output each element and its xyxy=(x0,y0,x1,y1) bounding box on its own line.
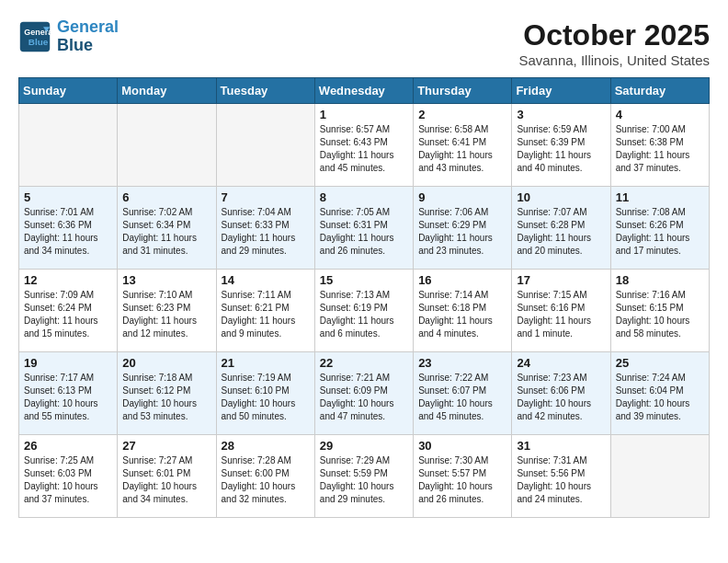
day-info: Sunrise: 7:18 AM Sunset: 6:12 PM Dayligh… xyxy=(122,372,210,423)
day-number: 13 xyxy=(122,273,210,287)
page-header: General Blue GeneralBlue October 2025 Sa… xyxy=(18,18,710,68)
calendar-day-cell: 26Sunrise: 7:25 AM Sunset: 6:03 PM Dayli… xyxy=(19,435,118,518)
calendar-day-cell: 1Sunrise: 6:57 AM Sunset: 6:43 PM Daylig… xyxy=(314,104,413,187)
day-number: 15 xyxy=(320,273,408,287)
calendar-day-cell: 8Sunrise: 7:05 AM Sunset: 6:31 PM Daylig… xyxy=(314,187,413,270)
logo-icon: General Blue xyxy=(18,20,51,53)
day-info: Sunrise: 7:27 AM Sunset: 6:01 PM Dayligh… xyxy=(122,454,210,506)
day-info: Sunrise: 7:21 AM Sunset: 6:09 PM Dayligh… xyxy=(320,372,408,423)
day-info: Sunrise: 6:59 AM Sunset: 6:39 PM Dayligh… xyxy=(517,123,605,175)
weekday-header-tuesday: Tuesday xyxy=(216,78,314,104)
weekday-header-friday: Friday xyxy=(512,78,610,104)
logo: General Blue GeneralBlue xyxy=(18,18,119,55)
calendar-day-cell: 5Sunrise: 7:01 AM Sunset: 6:36 PM Daylig… xyxy=(19,187,118,270)
day-number: 24 xyxy=(517,356,605,370)
day-number: 16 xyxy=(418,273,506,287)
day-info: Sunrise: 7:02 AM Sunset: 6:34 PM Dayligh… xyxy=(122,206,210,258)
svg-text:Blue: Blue xyxy=(28,37,49,47)
day-number: 9 xyxy=(418,190,506,204)
calendar-day-cell: 12Sunrise: 7:09 AM Sunset: 6:24 PM Dayli… xyxy=(19,270,118,352)
day-info: Sunrise: 7:22 AM Sunset: 6:07 PM Dayligh… xyxy=(418,372,506,423)
day-info: Sunrise: 7:07 AM Sunset: 6:28 PM Dayligh… xyxy=(517,206,605,258)
calendar-day-cell: 14Sunrise: 7:11 AM Sunset: 6:21 PM Dayli… xyxy=(216,270,314,352)
title-block: October 2025 Savanna, Illinois, United S… xyxy=(518,18,710,68)
calendar-day-cell: 29Sunrise: 7:29 AM Sunset: 5:59 PM Dayli… xyxy=(314,435,413,518)
day-number: 4 xyxy=(616,108,704,121)
calendar-day-cell: 2Sunrise: 6:58 AM Sunset: 6:41 PM Daylig… xyxy=(414,104,512,187)
day-number: 14 xyxy=(222,273,310,287)
day-number: 23 xyxy=(418,356,506,370)
calendar-day-cell: 28Sunrise: 7:28 AM Sunset: 6:00 PM Dayli… xyxy=(216,435,314,518)
day-info: Sunrise: 7:09 AM Sunset: 6:24 PM Dayligh… xyxy=(24,289,112,340)
calendar-day-cell: 25Sunrise: 7:24 AM Sunset: 6:04 PM Dayli… xyxy=(610,352,709,435)
calendar-day-cell: 13Sunrise: 7:10 AM Sunset: 6:23 PM Dayli… xyxy=(118,270,216,352)
calendar-day-cell: 6Sunrise: 7:02 AM Sunset: 6:34 PM Daylig… xyxy=(118,187,216,270)
day-info: Sunrise: 7:29 AM Sunset: 5:59 PM Dayligh… xyxy=(320,454,408,506)
calendar-day-cell: 20Sunrise: 7:18 AM Sunset: 6:12 PM Dayli… xyxy=(118,352,216,435)
day-info: Sunrise: 7:00 AM Sunset: 6:38 PM Dayligh… xyxy=(616,123,704,175)
empty-cell xyxy=(610,435,709,518)
calendar-day-cell: 16Sunrise: 7:14 AM Sunset: 6:18 PM Dayli… xyxy=(414,270,512,352)
day-number: 20 xyxy=(122,356,210,370)
day-number: 6 xyxy=(122,190,210,204)
day-number: 8 xyxy=(320,190,408,204)
calendar-week-row: 1Sunrise: 6:57 AM Sunset: 6:43 PM Daylig… xyxy=(19,104,710,187)
day-number: 5 xyxy=(24,190,112,204)
calendar-day-cell: 17Sunrise: 7:15 AM Sunset: 6:16 PM Dayli… xyxy=(512,270,610,352)
weekday-header-monday: Monday xyxy=(118,78,216,104)
calendar-day-cell: 10Sunrise: 7:07 AM Sunset: 6:28 PM Dayli… xyxy=(512,187,610,270)
day-info: Sunrise: 7:13 AM Sunset: 6:19 PM Dayligh… xyxy=(320,289,408,340)
calendar-week-row: 5Sunrise: 7:01 AM Sunset: 6:36 PM Daylig… xyxy=(19,187,710,270)
day-number: 3 xyxy=(517,108,605,121)
day-info: Sunrise: 7:10 AM Sunset: 6:23 PM Dayligh… xyxy=(122,289,210,340)
day-info: Sunrise: 6:58 AM Sunset: 6:41 PM Dayligh… xyxy=(418,123,506,175)
empty-cell xyxy=(216,104,314,187)
calendar-day-cell: 11Sunrise: 7:08 AM Sunset: 6:26 PM Dayli… xyxy=(610,187,709,270)
calendar-day-cell: 23Sunrise: 7:22 AM Sunset: 6:07 PM Dayli… xyxy=(414,352,512,435)
day-info: Sunrise: 7:17 AM Sunset: 6:13 PM Dayligh… xyxy=(24,372,112,423)
calendar-day-cell: 15Sunrise: 7:13 AM Sunset: 6:19 PM Dayli… xyxy=(314,270,413,352)
weekday-header-row: SundayMondayTuesdayWednesdayThursdayFrid… xyxy=(19,78,710,104)
day-number: 28 xyxy=(222,439,310,453)
calendar-week-row: 12Sunrise: 7:09 AM Sunset: 6:24 PM Dayli… xyxy=(19,270,710,352)
day-number: 26 xyxy=(24,439,112,453)
day-info: Sunrise: 7:05 AM Sunset: 6:31 PM Dayligh… xyxy=(320,206,408,258)
day-info: Sunrise: 7:28 AM Sunset: 6:00 PM Dayligh… xyxy=(222,454,310,506)
day-number: 22 xyxy=(320,356,408,370)
calendar-table: SundayMondayTuesdayWednesdayThursdayFrid… xyxy=(18,77,710,518)
calendar-day-cell: 31Sunrise: 7:31 AM Sunset: 5:56 PM Dayli… xyxy=(512,435,610,518)
day-info: Sunrise: 7:23 AM Sunset: 6:06 PM Dayligh… xyxy=(517,372,605,423)
logo-text: GeneralBlue xyxy=(57,18,119,55)
empty-cell xyxy=(19,104,118,187)
day-info: Sunrise: 7:01 AM Sunset: 6:36 PM Dayligh… xyxy=(24,206,112,258)
day-info: Sunrise: 7:15 AM Sunset: 6:16 PM Dayligh… xyxy=(517,289,605,340)
day-number: 1 xyxy=(320,108,408,121)
day-info: Sunrise: 7:31 AM Sunset: 5:56 PM Dayligh… xyxy=(517,454,605,506)
calendar-day-cell: 19Sunrise: 7:17 AM Sunset: 6:13 PM Dayli… xyxy=(19,352,118,435)
weekday-header-sunday: Sunday xyxy=(19,78,118,104)
day-number: 25 xyxy=(616,356,704,370)
day-info: Sunrise: 7:24 AM Sunset: 6:04 PM Dayligh… xyxy=(616,372,704,423)
day-number: 19 xyxy=(24,356,112,370)
calendar-day-cell: 7Sunrise: 7:04 AM Sunset: 6:33 PM Daylig… xyxy=(216,187,314,270)
day-number: 2 xyxy=(418,108,506,121)
calendar-day-cell: 18Sunrise: 7:16 AM Sunset: 6:15 PM Dayli… xyxy=(610,270,709,352)
day-info: Sunrise: 7:11 AM Sunset: 6:21 PM Dayligh… xyxy=(222,289,310,340)
calendar-day-cell: 27Sunrise: 7:27 AM Sunset: 6:01 PM Dayli… xyxy=(118,435,216,518)
day-info: Sunrise: 6:57 AM Sunset: 6:43 PM Dayligh… xyxy=(320,123,408,175)
weekday-header-saturday: Saturday xyxy=(610,78,709,104)
day-number: 17 xyxy=(517,273,605,287)
calendar-day-cell: 4Sunrise: 7:00 AM Sunset: 6:38 PM Daylig… xyxy=(610,104,709,187)
calendar-day-cell: 21Sunrise: 7:19 AM Sunset: 6:10 PM Dayli… xyxy=(216,352,314,435)
calendar-subtitle: Savanna, Illinois, United States xyxy=(518,52,710,68)
day-number: 10 xyxy=(517,190,605,204)
day-info: Sunrise: 7:06 AM Sunset: 6:29 PM Dayligh… xyxy=(418,206,506,258)
day-number: 31 xyxy=(517,439,605,453)
day-info: Sunrise: 7:25 AM Sunset: 6:03 PM Dayligh… xyxy=(24,454,112,506)
day-number: 12 xyxy=(24,273,112,287)
day-info: Sunrise: 7:19 AM Sunset: 6:10 PM Dayligh… xyxy=(222,372,310,423)
day-info: Sunrise: 7:16 AM Sunset: 6:15 PM Dayligh… xyxy=(616,289,704,340)
weekday-header-thursday: Thursday xyxy=(414,78,512,104)
weekday-header-wednesday: Wednesday xyxy=(314,78,413,104)
day-number: 30 xyxy=(418,439,506,453)
